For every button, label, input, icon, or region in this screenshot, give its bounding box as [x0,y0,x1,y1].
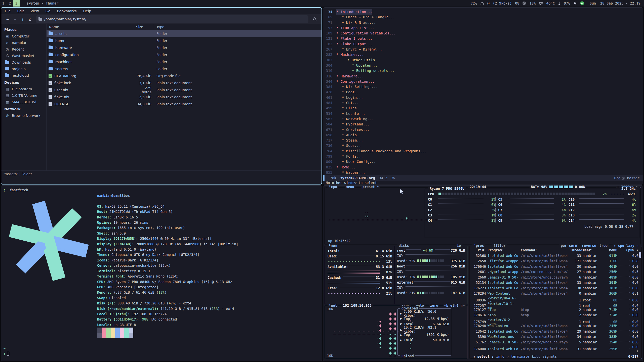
proc-action-0[interactable]: info ↵ [495,354,510,358]
org-line[interactable]: 484* CLI... [323,100,643,106]
org-line[interactable]: 499* Files... [323,106,643,111]
org-line[interactable]: 34* Introduction... [323,9,643,15]
tab-menu[interactable]: menu [345,185,355,189]
forward-button[interactable]: → [11,16,19,23]
org-line[interactable]: 282* Machines... [323,52,643,57]
sidebar-item-file-system[interactable]: ▤File System [1,86,46,92]
header-command[interactable]: Command: [521,248,569,252]
org-line[interactable]: 121* Flake Inputs... [323,36,643,41]
process-row[interactable]: 176223Isolated Web Co/nix/store/sm8fmrf3… [470,285,642,291]
file-row[interactable]: flake.lock3,1 KiBPlain text document [47,79,321,86]
header-pid[interactable]: Pid: [471,248,486,252]
process-row[interactable]: 176000Isolated Web Co/nix/store/sm8fmrf3… [470,345,642,350]
process-row[interactable]: 3390WebExtensions/nix/store/sm8fmrf3wps4… [470,334,642,340]
org-line[interactable]: 736* Sops... [323,143,643,148]
sidebar-item-wastebasket[interactable]: ♺Wastebasket [1,53,46,59]
file-row[interactable]: assetsFolder [47,30,321,37]
process-row[interactable]: 178248Web Content/nix/store/sm8fmrf3wps4… [470,323,642,329]
process-row[interactable]: 179127btopbtop2nambiar7.3M0.0 [470,307,642,312]
column-name[interactable]: Name [47,24,134,30]
tab-preset[interactable]: preset * [361,185,380,189]
org-line[interactable]: 109* Configuration Variables... [323,31,643,36]
org-line[interactable]: 304* Updates... [323,63,643,68]
sidebar-item-downloads[interactable]: Downloads [1,59,46,66]
workspace-1[interactable]: 1 [0,0,7,7]
org-line[interactable]: 717* Steam... [323,138,643,143]
proc-filter[interactable]: filter [492,244,507,248]
file-row[interactable]: homeFolder [47,37,321,44]
proc-per-core[interactable]: per-core [559,244,578,248]
sidebar-item-browse-network[interactable]: ⊕Browse Network [1,112,46,119]
sidebar-item-recent[interactable]: ◷Recent [1,46,46,53]
file-row[interactable]: secretsFolder [47,65,321,72]
org-line[interactable]: 267* Envrc + Direnv... [323,47,643,52]
menu-file[interactable]: File [5,9,11,13]
process-row[interactable]: 177257kworker/10:1-mm_1root0B0.0 [470,302,642,307]
net-option-2[interactable]: zero [429,303,439,307]
menu-view[interactable]: View [31,9,39,13]
org-line[interactable]: 316* Hardware... [323,74,643,79]
file-row[interactable]: hardwareFolder [47,44,321,51]
file-row[interactable]: machinesFolder [47,58,321,65]
org-line[interactable]: 809* User Config... [323,159,643,164]
process-row[interactable]: 176646Isolated Web Co/nix/store/sm8fmrf3… [470,264,642,269]
process-row[interactable]: 13642Isolated Web Co/nix/store/sm8fmrf3w… [470,329,642,334]
tab-io[interactable]: io [456,244,462,248]
proc-reverse[interactable]: reverse [581,244,597,248]
process-row[interactable]: 38936kworker/u64:6-kc1root0B0.0 [470,296,642,302]
menu-edit[interactable]: Edit [17,9,24,13]
menu-bookmarks[interactable]: Bookmarks [57,9,76,13]
proc-action-2[interactable]: kill [531,354,541,358]
workspace-3[interactable]: 3 [13,0,20,7]
process-row[interactable]: 52368Isolated Web Co/nix/store/sm8fmrf3w… [470,253,642,258]
org-buffer[interactable]: 34* Introduction...65* Emacs + Org + Tan… [323,8,643,175]
org-line[interactable]: 344* Configuration... [323,79,643,84]
header-threads[interactable]: Threads: [570,248,581,252]
org-line[interactable]: 71* Nix & Nixos... [323,20,643,25]
search-button[interactable] [310,17,319,21]
up-button[interactable]: ↑ [19,16,26,23]
org-line[interactable]: 563* Networking... [323,116,643,122]
sidebar-item-smallbox-wi-[interactable]: ▦SMALLBOX Wi... [1,99,46,105]
org-line[interactable]: 534* Locale... [323,111,643,116]
header-cpu[interactable]: Cpu% ↑ [619,248,638,252]
org-line[interactable]: 698* Audio... [323,132,643,138]
shell-prompt[interactable]: ❯ [4,351,9,356]
home-button[interactable]: ⌂ [26,16,34,23]
net-option-3[interactable]: ←b eth0 n→ [443,303,466,307]
tab-disks[interactable]: disks [397,244,410,248]
org-line[interactable]: 799* Fonts... [323,154,643,159]
sidebar-item-nextcloud[interactable]: nextcloud [1,72,46,79]
org-line[interactable]: 764* Miscellaneous Packages and Programs… [323,149,643,154]
process-row[interactable]: 178294Web Content/nix/store/sm8fmrf3wps4… [470,291,642,296]
header-mem[interactable]: MemB [603,248,617,252]
proc-action-1[interactable]: terminate [510,354,531,358]
sidebar-item-computer[interactable]: ▣Computer [1,33,46,39]
org-line[interactable]: 461* Login... [323,95,643,100]
org-line[interactable]: 584* Hyprland... [323,122,643,127]
sidebar-item-1-0-tb-volume[interactable]: ▤1,0 TB Volume [1,92,46,99]
process-row[interactable]: 52134Isolated Web Co/nix/store/sm8fmrf3w… [470,280,642,286]
path-bar[interactable]: /home/nambiar/system/ [36,15,308,23]
proc-sort[interactable]: ← cpu lazy → [613,244,640,248]
org-line[interactable]: 428* Boot... [323,89,643,95]
file-row[interactable]: LICENSE34,3 KiBPlain text document [47,101,321,108]
sidebar-item-nambiar[interactable]: ⌂nambiar [1,39,46,46]
process-row[interactable]: 2658.firefox-wrappe/nix/store/sm8fmrf3wp… [470,258,642,264]
column-size[interactable]: Size [134,24,154,30]
file-row[interactable]: README.org76,4 KiBOrg-mode file [47,72,321,79]
header-program[interactable]: Program: [488,248,519,252]
org-line[interactable]: 855* Waubar... [323,170,643,175]
header-user[interactable]: User: [583,248,601,252]
tab-cpu[interactable]: ¹cpu [328,185,338,189]
file-row[interactable]: flake.nix2,5 KiBPlain text document [47,94,321,101]
process-row[interactable]: 2601.Hyprland-wrapp/run/current-system/s… [470,269,642,275]
process-row[interactable]: 178616btopbtop2nambiar7.4M0.0 [470,312,642,318]
file-row[interactable]: user.nix229 bytesPlain text document [47,86,321,94]
process-row[interactable]: 2660.emacs-31.0.50-/nix/store/wnqz5pa8ra… [470,275,642,280]
proc-action-3[interactable]: signals [541,354,558,358]
proc-select-hint[interactable]: ↑ select ↓ [472,354,495,358]
sidebar-item-projects[interactable]: projects [1,66,46,72]
workspace-2[interactable]: 2 [7,0,13,7]
proc-scrollbar[interactable] [639,252,641,258]
